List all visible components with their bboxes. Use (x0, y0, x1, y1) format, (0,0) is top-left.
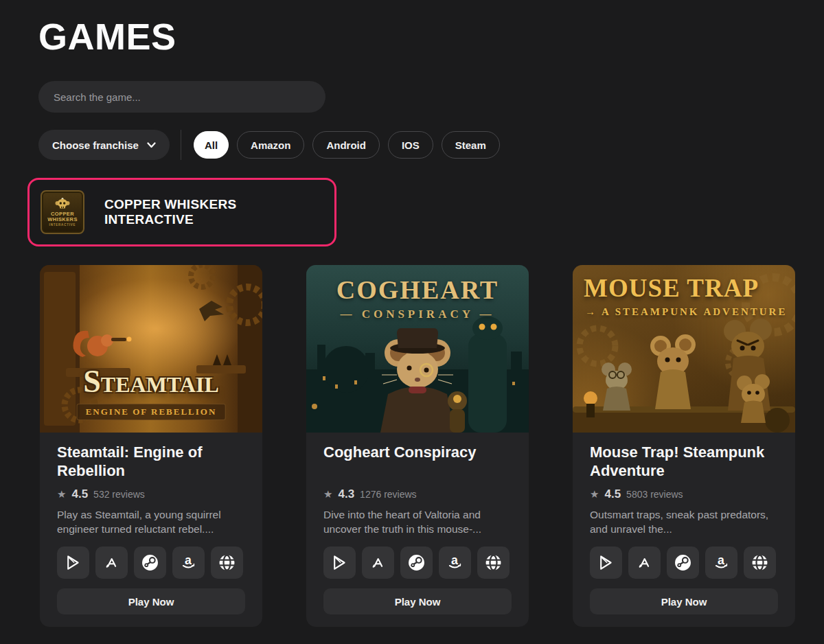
app-store-icon (103, 554, 120, 571)
amazon-icon: a (446, 554, 464, 571)
platform-row: a (323, 547, 512, 579)
platform-google-play-button[interactable] (57, 547, 89, 579)
play-now-button[interactable]: Play Now (57, 588, 245, 614)
platform-google-play-button[interactable] (323, 547, 356, 579)
platform-amazon-button[interactable]: a (439, 547, 471, 579)
cover-subtitle: — CONSPIRACY — (306, 308, 529, 321)
cover-subtitle: → A STEAMPUNK ADVENTURE (585, 306, 787, 318)
game-card: COGHEART— CONSPIRACY —Cogheart Conspirac… (306, 265, 529, 627)
franchise-banner[interactable]: COPPER WHISKERS INTERACTIVE COPPER WHISK… (27, 178, 336, 246)
review-count: 532 reviews (93, 489, 145, 500)
steam-icon (141, 554, 159, 571)
choose-franchise-label: Choose franchise (52, 139, 139, 151)
search-input[interactable] (38, 81, 325, 113)
web-icon (218, 554, 236, 571)
amazon-icon: a (713, 554, 730, 571)
cover-title: MOUSE TRAP (584, 273, 759, 303)
game-card-body: Mouse Trap! Steampunk Adventure★4.55803 … (573, 433, 795, 627)
search-bar (38, 81, 797, 113)
play-now-button[interactable]: Play Now (590, 588, 778, 614)
platform-row: a (57, 547, 245, 579)
game-title: Mouse Trap! Steampunk Adventure (590, 444, 778, 481)
game-cover-art: SteamtailENGINE OF REBELLION (40, 265, 262, 433)
platform-google-play-button[interactable] (590, 547, 622, 579)
platform-web-button[interactable] (211, 547, 243, 579)
platform-amazon-button[interactable]: a (705, 547, 737, 579)
game-title: Cogheart Conspiracy (323, 444, 512, 481)
steam-icon (408, 554, 425, 571)
filter-pill-android[interactable]: Android (312, 131, 380, 159)
filter-pill-amazon[interactable]: Amazon (237, 131, 304, 159)
platform-steam-button[interactable] (667, 547, 699, 579)
chevron-down-icon (147, 142, 156, 148)
review-count: 1276 reviews (360, 489, 417, 500)
game-card: SteamtailENGINE OF REBELLIONSteamtail: E… (40, 265, 262, 627)
rating-row: ★4.31276 reviews (323, 487, 512, 501)
svg-text:a: a (185, 554, 192, 567)
amazon-icon: a (180, 554, 197, 571)
game-cover-art: MOUSE TRAP→ A STEAMPUNK ADVENTURE (573, 265, 795, 433)
google-play-icon (331, 554, 348, 571)
platform-app-store-button[interactable] (362, 547, 394, 579)
platform-steam-button[interactable] (400, 547, 433, 579)
franchise-logo: COPPER WHISKERS INTERACTIVE (41, 190, 84, 234)
platform-web-button[interactable] (744, 547, 776, 579)
rating-value: 4.3 (338, 487, 354, 501)
mouse-skull-icon (54, 198, 71, 211)
games-page: GAMES Choose franchise AllAmazonAndroidI… (0, 0, 824, 627)
platform-amazon-button[interactable]: a (172, 547, 205, 579)
rating-value: 4.5 (71, 487, 88, 501)
platform-app-store-button[interactable] (628, 547, 661, 579)
web-icon (751, 554, 768, 571)
game-card-body: Cogheart Conspiracy★4.31276 reviewsDive … (306, 433, 529, 627)
filter-pill-ios[interactable]: IOS (388, 131, 433, 159)
filter-pill-all[interactable]: All (194, 131, 229, 159)
google-play-icon (597, 554, 615, 571)
choose-franchise-button[interactable]: Choose franchise (38, 130, 170, 160)
cover-title: Steamtail (40, 363, 262, 400)
platform-app-store-button[interactable] (95, 547, 128, 579)
svg-text:a: a (718, 554, 724, 567)
star-icon: ★ (57, 490, 66, 500)
svg-text:a: a (451, 554, 458, 567)
rating-row: ★4.55803 reviews (590, 487, 778, 501)
platform-row: a (590, 547, 778, 579)
filter-divider (181, 130, 181, 160)
star-icon: ★ (590, 490, 599, 500)
game-description: Play as Steamtail, a young squirrel engi… (57, 508, 245, 537)
game-description: Dive into the heart of Valtoria and unco… (323, 508, 512, 537)
game-title: Steamtail: Engine of Rebellion (57, 444, 245, 481)
game-cards-grid: SteamtailENGINE OF REBELLIONSteamtail: E… (40, 265, 797, 627)
game-description: Outsmart traps, sneak past predators, an… (590, 508, 778, 537)
game-card-body: Steamtail: Engine of Rebellion★4.5532 re… (40, 433, 262, 627)
star-icon: ★ (323, 490, 332, 500)
review-count: 5803 reviews (626, 489, 683, 500)
app-store-icon (369, 554, 387, 571)
steam-icon (674, 554, 691, 571)
cover-title: COGHEART (306, 275, 529, 305)
page-title: GAMES (38, 15, 797, 58)
google-play-icon (65, 554, 82, 571)
filter-row: Choose franchise AllAmazonAndroidIOSStea… (38, 130, 797, 160)
rating-value: 4.5 (604, 487, 621, 501)
filter-pill-steam[interactable]: Steam (442, 131, 500, 159)
franchise-name: COPPER WHISKERS INTERACTIVE (104, 197, 323, 227)
web-icon (485, 554, 502, 571)
rating-row: ★4.5532 reviews (57, 487, 245, 501)
game-cover-art: COGHEART— CONSPIRACY — (306, 265, 529, 433)
platform-steam-button[interactable] (134, 547, 166, 579)
cover-subtitle: ENGINE OF REBELLION (77, 404, 226, 420)
platform-web-button[interactable] (477, 547, 510, 579)
franchise-logo-subtext: INTERACTIVE (49, 223, 76, 227)
play-now-button[interactable]: Play Now (323, 588, 512, 614)
franchise-logo-text: WHISKERS (47, 217, 78, 223)
game-card: MOUSE TRAP→ A STEAMPUNK ADVENTUREMouse T… (573, 265, 795, 627)
platform-filter-pills: AllAmazonAndroidIOSSteam (194, 131, 500, 159)
app-store-icon (636, 554, 653, 571)
